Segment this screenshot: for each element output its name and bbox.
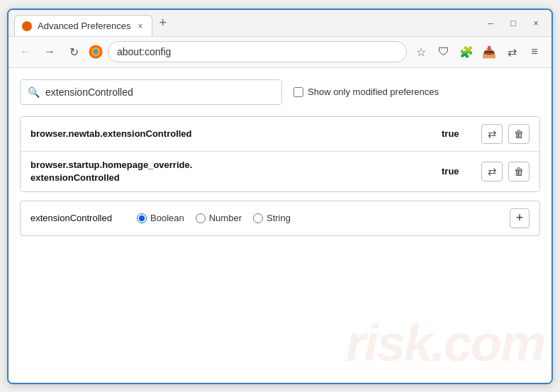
boolean-radio-option[interactable]: Boolean (137, 213, 184, 223)
type-radio-group: Boolean Number String (137, 213, 495, 223)
close-button[interactable]: × (526, 13, 546, 33)
bookmark-icon[interactable]: ☆ (411, 42, 431, 62)
title-bar: Advanced Preferences × + – □ × (9, 10, 551, 37)
pref-value-1: true (442, 128, 470, 139)
nav-bar: ← → ↻ about:config ☆ 🛡 🧩 📥 ⇄ ≡ (9, 37, 551, 68)
string-label: String (267, 213, 291, 223)
pref-name-2-line2: extensionControlled (30, 172, 120, 183)
back-button[interactable]: ← (16, 42, 35, 62)
prefs-table: browser.newtab.extensionControlled true … (20, 116, 540, 192)
reload-button[interactable]: ↻ (64, 42, 84, 62)
nav-icons: ☆ 🛡 🧩 📥 ⇄ ≡ (411, 42, 544, 62)
minimize-button[interactable]: – (481, 13, 500, 33)
add-pref-button[interactable]: + (510, 208, 530, 228)
new-tab-button[interactable]: + (155, 16, 172, 29)
number-radio[interactable] (196, 213, 206, 223)
svg-point-2 (94, 50, 99, 55)
pref-name-1: browser.newtab.extensionControlled (30, 128, 442, 139)
browser-window: Advanced Preferences × + – □ × ← → ↻ abo… (7, 9, 553, 384)
address-text: about:config (117, 46, 171, 57)
tab-title: Advanced Preferences (38, 21, 131, 31)
modified-only-checkbox[interactable] (293, 87, 303, 97)
maximize-button[interactable]: □ (503, 13, 523, 33)
extension-icon[interactable]: 🧩 (457, 42, 476, 62)
toggle-icon-1: ⇄ (488, 128, 497, 140)
new-pref-row: extensionControlled Boolean Number Strin… (20, 201, 540, 236)
sync-icon[interactable]: ⇄ (502, 42, 522, 62)
shield-icon[interactable]: 🛡 (434, 42, 454, 62)
page-content: 🔍 Show only modified preferences browser… (9, 68, 551, 383)
table-row: browser.startup.homepage_override. exten… (21, 152, 539, 191)
pocket-icon[interactable]: 📥 (479, 42, 499, 62)
search-input-wrap: 🔍 (20, 79, 282, 105)
boolean-label: Boolean (150, 213, 184, 223)
window-controls: – □ × (481, 13, 546, 33)
table-row: browser.newtab.extensionControlled true … (21, 117, 539, 152)
number-label: Number (209, 213, 242, 223)
delete-button-2[interactable]: 🗑 (508, 162, 530, 181)
tab-favicon (22, 21, 32, 31)
pref-name-2: browser.startup.homepage_override. exten… (30, 159, 442, 184)
firefox-logo-icon (88, 44, 103, 60)
watermark: risk.com (346, 318, 544, 369)
trash-icon-1: 🗑 (514, 128, 524, 140)
pref-actions-2: ⇄ 🗑 (481, 162, 530, 181)
search-icon: 🔍 (28, 86, 40, 98)
toggle-button-2[interactable]: ⇄ (481, 162, 503, 181)
delete-button-1[interactable]: 🗑 (508, 124, 530, 144)
number-radio-option[interactable]: Number (196, 213, 242, 223)
trash-icon-2: 🗑 (514, 166, 524, 177)
forward-button[interactable]: → (40, 42, 60, 62)
pref-name-2-line1: browser.startup.homepage_override. (30, 159, 192, 170)
toggle-button-1[interactable]: ⇄ (481, 124, 503, 144)
modified-only-checkbox-label[interactable]: Show only modified preferences (293, 86, 439, 97)
pref-actions-1: ⇄ 🗑 (481, 124, 530, 144)
pref-value-2: true (442, 166, 470, 177)
string-radio-option[interactable]: String (253, 213, 291, 223)
tab-area: Advanced Preferences × + (14, 12, 475, 33)
modified-only-label: Show only modified preferences (308, 86, 439, 97)
string-radio[interactable] (253, 213, 263, 223)
tab-close-button[interactable]: × (137, 21, 145, 31)
search-bar: 🔍 Show only modified preferences (20, 79, 540, 105)
address-bar[interactable]: about:config (108, 41, 407, 62)
toggle-icon-2: ⇄ (488, 165, 497, 178)
search-input[interactable] (45, 86, 274, 98)
boolean-radio[interactable] (137, 213, 147, 223)
active-tab[interactable]: Advanced Preferences × (14, 15, 152, 36)
menu-icon[interactable]: ≡ (525, 42, 544, 62)
new-pref-name: extensionControlled (30, 213, 123, 223)
